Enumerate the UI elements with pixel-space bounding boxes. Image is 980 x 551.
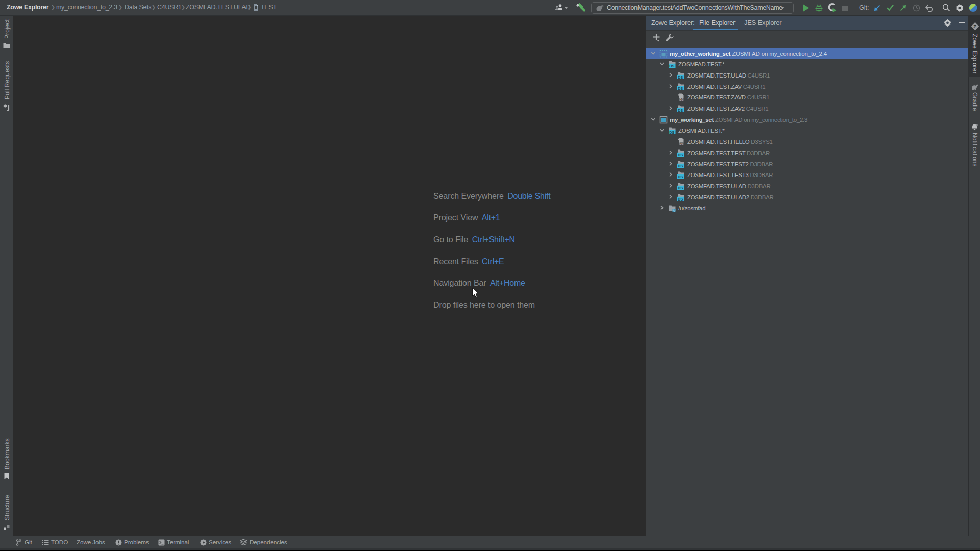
svg-text:Z: Z <box>973 23 976 29</box>
